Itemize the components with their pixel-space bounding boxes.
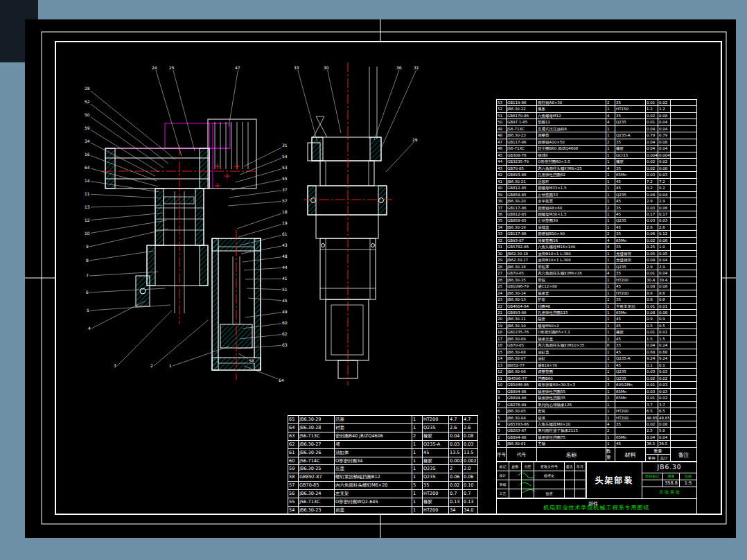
table-cell	[671, 421, 696, 428]
table-cell	[671, 152, 696, 159]
table-cell: 0.08	[463, 432, 477, 441]
table-row: 47GB117-86圆锥销A10×502350.040.08	[497, 139, 696, 146]
table-cell: 1	[412, 507, 423, 515]
header-unit-weight: 单件	[646, 455, 658, 462]
table-cell: 1.5	[658, 336, 671, 342]
table-cell	[671, 408, 696, 414]
part-callout: 44	[281, 265, 288, 270]
table-cell: 1	[412, 449, 423, 457]
table-cell: JB4596-77	[507, 376, 537, 382]
table-cell	[671, 139, 696, 146]
table-cell: O形密封圈34	[335, 457, 412, 466]
table-cell: 0.2	[658, 185, 671, 191]
table-row: 58GB892-87螺钉紧固轴端挡圈B121Q2350.060.06	[288, 473, 477, 482]
table-cell: 0.04	[646, 126, 658, 132]
part-callout: 49	[281, 309, 288, 314]
table-cell: 0.2	[646, 185, 658, 191]
table-cell: 65Mn	[615, 435, 646, 441]
table-cell: 50	[497, 119, 507, 125]
table-cell: 0.04	[449, 432, 463, 441]
part-callout: 63	[281, 342, 288, 347]
part-callout: 48	[281, 254, 288, 259]
table-cell: 48.65	[646, 415, 658, 421]
table-cell: 0.68	[646, 349, 658, 356]
table-cell: 16	[497, 342, 507, 349]
table-cell: 2.9	[658, 198, 671, 204]
table-cell: 2	[606, 100, 615, 106]
table-cell: 护套	[537, 297, 606, 303]
table-cell: 4	[606, 270, 615, 277]
table-row: 55JS6-713CO形密封圈WQ2-6451橡胶0.130.13	[288, 498, 477, 507]
table-cell: GB117-86	[507, 205, 537, 211]
table-cell	[615, 428, 646, 434]
table-cell: Q235	[615, 119, 646, 125]
table-cell: 0.04	[658, 270, 671, 277]
table-row: 54JB6.30-23前盖1HT2003434.0	[288, 507, 477, 515]
table-row: 28JB6.30-16带轮罩1Q2352.92.9	[497, 264, 696, 270]
table-cell: 年月日	[575, 462, 586, 471]
table-cell: GB1096-79	[507, 283, 537, 290]
table-cell: 0.13	[449, 498, 463, 507]
table-cell: 1	[606, 408, 615, 414]
table-cell: JB6.30-27	[299, 441, 335, 449]
table-cell: 圆柱销A8×30	[537, 100, 606, 106]
table-cell: Q235	[615, 264, 646, 270]
table-cell	[671, 119, 696, 125]
table-cell: 0.79	[658, 132, 671, 139]
table-cell: 内六角圆柱头螺钉M6×20	[335, 482, 412, 490]
table-cell	[671, 100, 696, 106]
table-cell	[671, 290, 696, 297]
part-callout: 4	[87, 326, 91, 331]
table-cell: 1	[606, 336, 615, 342]
table-cell: 1.5	[646, 336, 658, 342]
table-cell: 0.1	[646, 362, 658, 369]
revision-table: 标记处数分区更改文件号签名年月日设计标准化审核工艺批准	[497, 462, 587, 498]
table-cell: 6.5	[646, 408, 658, 414]
table-row: 标记处数分区更改文件号签名年月日	[497, 462, 586, 471]
table-cell: 27	[497, 270, 507, 277]
table-cell	[671, 428, 696, 434]
table-cell: 橡胶	[615, 329, 646, 335]
part-callout: 47	[234, 65, 241, 70]
table-cell: 55	[288, 498, 299, 507]
table-cell: 22	[497, 304, 507, 310]
table-cell: HT200	[423, 507, 449, 515]
table-cell: 设计	[497, 471, 509, 480]
table-cell: 0.02	[646, 421, 658, 428]
scale-value: 1:5	[680, 480, 696, 487]
table-cell: GB892-87	[299, 473, 335, 482]
table-cell: 直通式压注油杯6	[537, 126, 606, 132]
table-cell	[509, 489, 522, 498]
table-cell: 1	[412, 490, 423, 498]
table-row: 52JB6.30-22镶条1HT1501.21.2	[497, 106, 696, 112]
table-cell: 1	[606, 297, 615, 303]
header-remark: 备注	[671, 448, 696, 462]
table-row: 64JB6.30-28衬套1Q2352.62.6	[288, 424, 477, 432]
table-cell: 51	[497, 113, 507, 119]
table-row: 26JB6.30-15带轮1HT20030.430.4	[497, 277, 696, 283]
table-cell: 17	[497, 336, 507, 342]
table-cell: 1.2	[646, 106, 658, 112]
table-cell	[671, 304, 696, 310]
table-cell	[534, 480, 565, 489]
table-cell: Q235	[615, 376, 646, 382]
table-cell: 53	[497, 100, 507, 106]
part-callout: 57	[281, 198, 288, 203]
table-cell: 油缸盖	[537, 349, 606, 356]
table-cell: 59	[288, 465, 299, 473]
table-cell: Q235	[615, 218, 646, 224]
table-cell: GB93-87	[507, 238, 537, 244]
table-cell: HT150	[615, 106, 646, 112]
part-callout: 19	[281, 220, 288, 225]
table-cell: Q235	[615, 192, 646, 198]
table-cell: 8.6	[658, 290, 671, 297]
table-cell	[671, 192, 696, 198]
table-cell: 0.10	[463, 482, 477, 490]
table-cell: 箱体	[537, 415, 606, 421]
table-cell: 1	[606, 218, 615, 224]
table-cell	[509, 471, 522, 480]
table-cell	[671, 283, 696, 290]
table-row: 22GB4604-84毡圈481半粗羊毛毡0.010.01	[497, 304, 696, 310]
table-cell: 60Si2Mn	[615, 382, 646, 388]
part-callout: 53	[281, 165, 288, 170]
